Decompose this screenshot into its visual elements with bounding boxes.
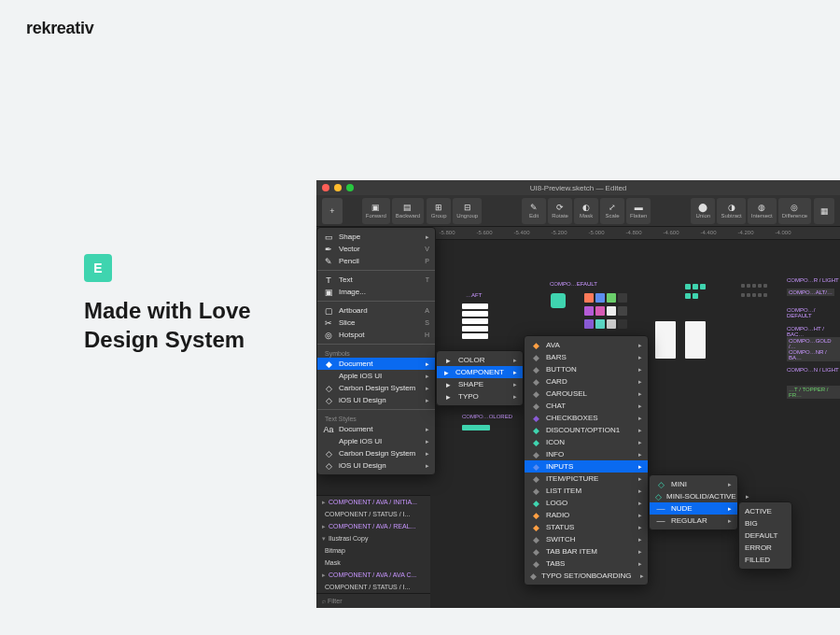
scale-icon: ⤢ bbox=[606, 203, 619, 212]
chevron-right-icon: ▸ bbox=[629, 500, 642, 507]
group-button[interactable]: ⊞Group bbox=[427, 198, 451, 224]
menu-item-carbon[interactable]: ◇Carbon Design System▸ bbox=[317, 382, 435, 394]
nude-item[interactable]: FILLED bbox=[739, 554, 791, 566]
disclosure-icon[interactable]: ▾ bbox=[322, 535, 326, 543]
union-button[interactable]: ⬤Union bbox=[691, 198, 715, 224]
layer-filter[interactable]: ⌕ Filter bbox=[316, 593, 430, 608]
ruler-tick: -4.600 bbox=[652, 227, 690, 239]
component-item[interactable]: ◆CHAT▸ bbox=[525, 400, 648, 412]
inputs-item[interactable]: ◇MINI-SOLID/ACTIVE▸ bbox=[650, 490, 737, 502]
layers-panel[interactable]: ▸COMPONENT / AVA / INITIA... COMPONENT /… bbox=[316, 495, 430, 608]
component-item[interactable]: ◆ITEM/PICTURE▸ bbox=[525, 473, 648, 485]
chevron-right-icon: ▸ bbox=[629, 378, 642, 386]
component-item[interactable]: ◆BUTTON▸ bbox=[525, 363, 648, 375]
menu-item-hotspot[interactable]: ◎HotspotH bbox=[317, 329, 435, 341]
menu-item-text[interactable]: TTextT bbox=[317, 274, 435, 286]
forward-button[interactable]: ▣Forward bbox=[362, 198, 390, 224]
menu-item-ts-document[interactable]: AaDocument▸ bbox=[317, 423, 435, 435]
chevron-right-icon: ▸ bbox=[629, 524, 642, 531]
folder-icon: ▸ bbox=[442, 380, 454, 389]
menu-item-slice[interactable]: ✂SliceS bbox=[317, 317, 435, 329]
layer-row[interactable]: ▸COMPONENT / AVA / INITIA... bbox=[316, 496, 430, 508]
menu-item-image[interactable]: ▣Image... bbox=[317, 286, 435, 298]
chevron-right-icon: ▸ bbox=[629, 512, 642, 519]
submenu-item-component[interactable]: ▸COMPONENT▸ bbox=[437, 366, 523, 378]
rotate-button[interactable]: ⟳Rotate bbox=[548, 198, 572, 224]
submenu-item-color[interactable]: ▸COLOR▸ bbox=[437, 354, 523, 366]
chevron-right-icon: ▸ bbox=[629, 342, 642, 349]
component-item[interactable]: ◆RADIO▸ bbox=[525, 509, 648, 521]
component-item[interactable]: ◆AVA▸ bbox=[525, 339, 648, 351]
component-item[interactable]: ◆TABS▸ bbox=[525, 557, 648, 570]
menu-item-document[interactable]: ◆Document▸ bbox=[317, 358, 435, 370]
document-submenu[interactable]: ▸COLOR▸ ▸COMPONENT▸ ▸SHAPE▸ ▸TYPO▸ bbox=[436, 350, 524, 406]
component-item[interactable]: ◆CARD▸ bbox=[525, 375, 648, 388]
component-item[interactable]: ◆CAROUSEL▸ bbox=[525, 388, 648, 400]
nude-submenu[interactable]: ACTIVEBIGDEFAULTERRORFILLED bbox=[738, 501, 792, 570]
insert-button[interactable]: + bbox=[322, 198, 343, 224]
scale-button[interactable]: ⤢Scale bbox=[600, 198, 624, 224]
menu-item-vector[interactable]: ✒VectorV bbox=[317, 243, 435, 255]
menu-item-artboard[interactable]: ▢ArtboardA bbox=[317, 304, 435, 317]
symbol-icon: ◆ bbox=[530, 377, 541, 387]
text-icon: T bbox=[323, 275, 334, 285]
layer-row[interactable]: Bitmap bbox=[316, 544, 430, 557]
component-item[interactable]: ◆ICON▸ bbox=[525, 436, 648, 448]
canvas[interactable]: -6.400-6.200-6.000-5.800-5.600-5.400-5.2… bbox=[316, 227, 840, 608]
artboard-label: COMPO…EFAULT bbox=[550, 281, 597, 287]
backward-button[interactable]: ▤Backward bbox=[392, 198, 424, 224]
intersect-button[interactable]: ◍Intersect bbox=[748, 198, 777, 224]
nude-item[interactable]: DEFAULT bbox=[739, 529, 791, 542]
component-item[interactable]: ◆LIST ITEM▸ bbox=[525, 485, 648, 497]
artboard-swatches2 bbox=[462, 423, 490, 432]
component-item[interactable]: ◆CHECKBOXES▸ bbox=[525, 412, 648, 424]
menu-item-shape[interactable]: ▭Shape▸ bbox=[317, 231, 435, 243]
menu-item-pencil[interactable]: ✎PencilP bbox=[317, 255, 435, 267]
ungroup-button[interactable]: ⊟Ungroup bbox=[453, 198, 482, 224]
layer-row[interactable]: COMPONENT / STATUS / I... bbox=[316, 581, 430, 593]
insert-menu[interactable]: ▭Shape▸ ✒VectorV ✎PencilP TTextT ▣Image.… bbox=[316, 227, 436, 475]
inputs-item[interactable]: ◇MINI▸ bbox=[650, 478, 737, 490]
subtract-button[interactable]: ◑Subtract bbox=[717, 198, 745, 224]
menu-item-ts-carbon[interactable]: ◇Carbon Design System▸ bbox=[317, 447, 435, 459]
inputs-submenu[interactable]: ◇MINI▸◇MINI-SOLID/ACTIVE▸—NUDE▸—REGULAR▸ bbox=[649, 474, 738, 530]
view-button[interactable]: ▦ bbox=[814, 198, 834, 224]
inputs-item[interactable]: —REGULAR▸ bbox=[650, 515, 737, 527]
mask-button[interactable]: ◐Mask bbox=[574, 198, 598, 224]
edit-button[interactable]: ✎Edit bbox=[522, 198, 546, 224]
component-item[interactable]: ◆INFO▸ bbox=[525, 448, 648, 460]
layer-row[interactable]: Mask bbox=[316, 557, 430, 569]
submenu-item-typo[interactable]: ▸TYPO▸ bbox=[437, 390, 523, 402]
disclosure-icon[interactable]: ▸ bbox=[322, 572, 326, 579]
layer-row[interactable]: ▾Ilustrasi Copy bbox=[316, 532, 430, 544]
menu-item-ts-apple[interactable]: Apple iOS UI▸ bbox=[317, 435, 435, 447]
artboard-label: …T / TOPPER / FR… bbox=[787, 386, 840, 399]
menu-item-ios-ui[interactable]: ◇iOS UI Design▸ bbox=[317, 394, 435, 406]
submenu-item-shape[interactable]: ▸SHAPE▸ bbox=[437, 378, 523, 390]
nude-item[interactable]: BIG bbox=[739, 517, 791, 529]
difference-button[interactable]: ◎Difference bbox=[778, 198, 811, 224]
component-item[interactable]: ◆INPUTS▸ bbox=[525, 460, 648, 473]
component-item[interactable]: ◆DISCOUNT/OPTION1▸ bbox=[525, 424, 648, 436]
headline-line-2: Design System bbox=[84, 325, 251, 354]
component-submenu[interactable]: ◆AVA▸◆BARS▸◆BUTTON▸◆CARD▸◆CAROUSEL▸◆CHAT… bbox=[524, 335, 649, 586]
menu-item-apple-ios[interactable]: Apple iOS UI▸ bbox=[317, 370, 435, 382]
flatten-button[interactable]: ▬Flatten bbox=[626, 198, 651, 224]
layer-row[interactable]: ▸COMPONENT / AVA / AVA C... bbox=[316, 569, 430, 581]
component-item[interactable]: ◆TYPO SET/ONBOARDING▸ bbox=[525, 570, 648, 582]
disclosure-icon[interactable]: ▸ bbox=[322, 499, 326, 506]
layer-row[interactable]: COMPONENT / STATUS / I... bbox=[316, 508, 430, 520]
inputs-item[interactable]: —NUDE▸ bbox=[650, 502, 737, 515]
component-item[interactable]: ◆TAB BAR ITEM▸ bbox=[525, 545, 648, 557]
layer-row[interactable]: ▸COMPONENT / AVA / REAL... bbox=[316, 520, 430, 532]
component-item[interactable]: ◆STATUS▸ bbox=[525, 521, 648, 533]
titlebar[interactable]: UI8-Preview.sketch — Edited bbox=[316, 180, 840, 195]
headline: Made with Love Design System bbox=[84, 296, 251, 354]
nude-item[interactable]: ERROR bbox=[739, 542, 791, 554]
nude-item[interactable]: ACTIVE bbox=[739, 505, 791, 517]
component-item[interactable]: ◆LOGO▸ bbox=[525, 497, 648, 509]
disclosure-icon[interactable]: ▸ bbox=[322, 523, 326, 530]
component-item[interactable]: ◆BARS▸ bbox=[525, 351, 648, 363]
menu-item-ts-ios[interactable]: ◇iOS UI Design▸ bbox=[317, 459, 435, 472]
component-item[interactable]: ◆SWITCH▸ bbox=[525, 533, 648, 545]
